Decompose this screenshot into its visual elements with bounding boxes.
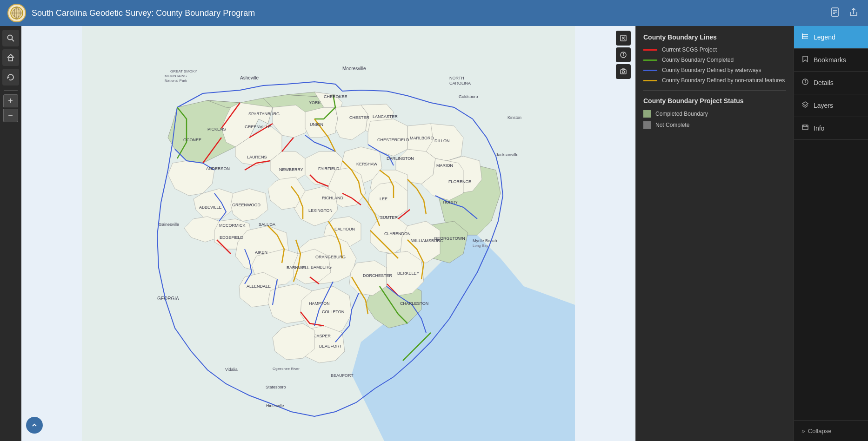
svg-marker-34 bbox=[802, 102, 808, 105]
tab-legend[interactable]: Legend bbox=[794, 26, 868, 49]
label-dorchester: DORCHESTER bbox=[363, 273, 393, 278]
label-union: UNION bbox=[310, 122, 323, 127]
expand-map-button[interactable] bbox=[616, 31, 631, 46]
refresh-button[interactable] bbox=[2, 69, 19, 86]
label-vidalia: Vidalia bbox=[225, 367, 238, 372]
label-abbeville: ABBEVILLE bbox=[199, 205, 222, 210]
tab-bookmarks-label: Bookmarks bbox=[814, 56, 846, 64]
label-oconee: OCONEE bbox=[183, 138, 201, 142]
toolbar-divider bbox=[4, 90, 18, 91]
label-great-smoky: GREAT SMOKY bbox=[170, 69, 198, 73]
label-barnwell: BARNWELL bbox=[287, 265, 310, 270]
map-container[interactable]: OCONEE PICKENS GREENVILLE SPARTANBURG YO… bbox=[21, 26, 635, 441]
legend-label-green: County Boundary Completed bbox=[662, 57, 734, 63]
status-title: County Boundary Project Status bbox=[643, 97, 786, 105]
label-kinston: Kinston bbox=[507, 115, 521, 120]
label-aiken: AIKEN bbox=[255, 250, 267, 255]
svg-text:National Park: National Park bbox=[165, 79, 187, 83]
label-chester: CHESTER bbox=[349, 115, 370, 120]
legend-divider bbox=[643, 90, 786, 91]
details-tab-icon bbox=[801, 78, 809, 87]
label-statesboro: Statesboro bbox=[266, 385, 286, 389]
label-georgia: GEORGIA bbox=[157, 296, 179, 301]
label-marion: MARION bbox=[436, 163, 453, 168]
map-info-button[interactable] bbox=[616, 47, 631, 62]
label-berkeley: BERKELEY bbox=[397, 271, 420, 276]
collapse-button[interactable]: » Collapse bbox=[794, 420, 868, 441]
label-allendale: ALLENDALE bbox=[247, 284, 271, 289]
label-bamberg: BAMBERG bbox=[311, 265, 332, 270]
label-calhoun: CALHOUN bbox=[334, 227, 355, 231]
label-pickens: PICKENS bbox=[207, 127, 226, 132]
tab-bookmarks[interactable]: Bookmarks bbox=[794, 49, 868, 72]
legend-item-notcomplete: Not Complete bbox=[643, 121, 786, 129]
scroll-up-button[interactable] bbox=[26, 417, 43, 434]
legend-tab-icon bbox=[801, 33, 809, 42]
label-lexington: LEXINGTON bbox=[308, 208, 333, 213]
label-hampton: HAMPTON bbox=[309, 301, 330, 306]
map-overlay-buttons bbox=[616, 31, 631, 79]
bookmarks-tab-icon bbox=[801, 55, 809, 65]
layers-tab-icon bbox=[801, 101, 809, 110]
label-spartanburg: SPARTANBURG bbox=[248, 112, 280, 116]
label-florence: FLORENCE bbox=[448, 179, 471, 184]
label-asheville: Asheville bbox=[240, 75, 259, 80]
label-mountains: MOUNTAINS bbox=[165, 74, 187, 78]
label-anderson: ANDERSON bbox=[206, 166, 230, 171]
label-jacksonville: Jacksonville bbox=[496, 152, 519, 157]
label-georgetown: GEORGETOWN bbox=[434, 236, 465, 241]
label-clarendon: CLARENDON bbox=[384, 231, 411, 236]
legend-line-yellow bbox=[643, 80, 657, 81]
right-sidebar: Legend Bookmarks Details bbox=[794, 26, 868, 441]
label-darlington: DARLINGTON bbox=[387, 156, 414, 161]
legend-label-completed: Completed Boundary bbox=[655, 111, 708, 117]
tab-details[interactable]: Details bbox=[794, 72, 868, 94]
label-fairfield: FAIRFIELD bbox=[318, 166, 340, 171]
tab-info[interactable]: Info bbox=[794, 117, 868, 140]
svg-text:Long Bay: Long Bay bbox=[473, 244, 488, 248]
svg-point-24 bbox=[623, 53, 624, 54]
collapse-label: Collapse bbox=[808, 428, 832, 434]
screenshot-button[interactable] bbox=[616, 64, 631, 79]
label-horry: HORRY bbox=[443, 200, 458, 204]
left-toolbar: + − bbox=[0, 26, 21, 441]
legend-line-red bbox=[643, 49, 657, 51]
home-button[interactable] bbox=[2, 49, 19, 66]
map-svg: OCONEE PICKENS GREENVILLE SPARTANBURG YO… bbox=[21, 26, 635, 441]
pdf-button[interactable] bbox=[828, 5, 842, 21]
label-greenwood: GREENWOOD bbox=[232, 203, 261, 207]
label-saluda: SALUDA bbox=[259, 222, 275, 227]
legend-label-yellow: County Boundary Defined by non-natural f… bbox=[662, 77, 785, 84]
label-jasper: JASPER bbox=[314, 334, 331, 338]
legend-label-blue: County Boundary Defined by waterways bbox=[662, 67, 761, 73]
page-title: South Carolina Geodetic Survey: County B… bbox=[32, 8, 822, 18]
share-button[interactable] bbox=[847, 5, 861, 21]
label-sumter: SUMTER bbox=[380, 215, 398, 220]
label-beaufort-ga: BEAUFORT bbox=[331, 373, 354, 378]
legend-label-notcomplete: Not Complete bbox=[655, 122, 689, 128]
search-button[interactable] bbox=[2, 30, 19, 46]
legend-line-blue bbox=[643, 70, 657, 71]
label-charleston: CHARLESTON bbox=[400, 301, 428, 306]
zoom-out-button[interactable]: − bbox=[3, 109, 18, 122]
legend-icon-notcomplete bbox=[643, 121, 651, 129]
legend-item-yellow: County Boundary Defined by non-natural f… bbox=[643, 77, 786, 84]
label-marlboro: MARLBORO bbox=[410, 136, 434, 140]
tab-layers[interactable]: Layers bbox=[794, 94, 868, 117]
svg-rect-35 bbox=[802, 125, 808, 130]
legend-line-green bbox=[643, 59, 657, 61]
app-logo bbox=[7, 4, 26, 22]
label-mooresville: Mooresville bbox=[342, 66, 366, 71]
svg-point-9 bbox=[7, 35, 12, 40]
tab-legend-label: Legend bbox=[814, 33, 835, 41]
svg-point-26 bbox=[622, 71, 625, 73]
tab-info-label: Info bbox=[814, 125, 824, 132]
label-dillon: DILLON bbox=[434, 138, 450, 143]
label-chesterfield: CHESTERFIELD bbox=[377, 138, 409, 142]
label-greenville: GREENVILLE bbox=[245, 125, 271, 129]
zoom-in-button[interactable]: + bbox=[3, 94, 18, 107]
label-cherokee: CHEROKEE bbox=[324, 94, 347, 99]
info-tab-icon bbox=[801, 124, 809, 133]
label-north-carolina: NORTH bbox=[449, 76, 464, 80]
label-york: YORK bbox=[309, 100, 321, 105]
